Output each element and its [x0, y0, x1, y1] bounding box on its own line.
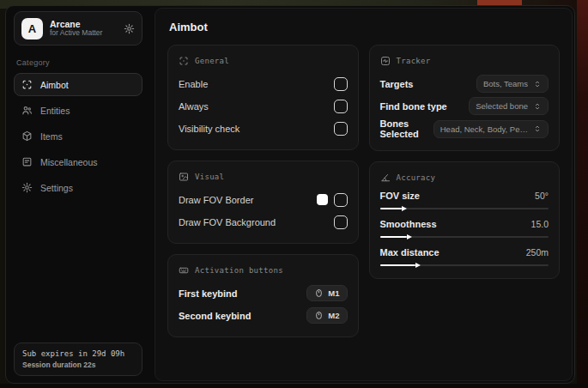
visual-card: Visual Draw FOV Border Draw FOV Backgrou… — [167, 161, 359, 244]
setting-row: Second keybind M2 — [179, 306, 348, 325]
session-duration-text: Session duration 22s — [22, 361, 134, 369]
slider-thumb[interactable] — [407, 234, 412, 239]
category-label: Category — [16, 58, 140, 67]
category-nav: Aimbot Entities Items — [14, 73, 142, 199]
left-column: General Enable Always Visibility check — [167, 45, 359, 337]
general-card: General Enable Always Visibility check — [167, 45, 359, 150]
slider-fill — [380, 236, 407, 238]
keyboard-icon — [179, 265, 189, 276]
smoothness-slider[interactable] — [380, 236, 549, 238]
targets-select[interactable]: Bots, Teams — [476, 75, 549, 93]
slider-value: 50° — [535, 191, 549, 201]
scan-icon — [179, 56, 189, 66]
activation-card: Activation buttons First keybind M1 — [167, 254, 359, 337]
max-distance-slider[interactable] — [380, 264, 549, 266]
slider-group: Smoothness 15.0 — [380, 219, 549, 238]
main-panel: Aimbot General Enable — [155, 8, 573, 381]
always-checkbox[interactable] — [334, 100, 348, 113]
sidebar-item-items[interactable]: Items — [14, 124, 142, 148]
page-title: Aimbot — [169, 21, 560, 33]
unfold-icon — [533, 124, 542, 133]
select-value: Head, Neck, Body, Pe… — [440, 124, 528, 134]
slider-group: FOV size 50° — [380, 191, 549, 209]
slider-thumb[interactable] — [415, 263, 421, 268]
card-title: Accuracy — [397, 173, 436, 182]
sidebar-item-entities[interactable]: Entities — [14, 99, 142, 122]
subscription-info-card: Sub expires in 29d 09h Session duration … — [14, 343, 142, 376]
draw-fov-background-checkbox[interactable] — [334, 215, 348, 229]
setting-label: Targets — [380, 79, 414, 89]
setting-row: Always — [179, 96, 348, 116]
setting-row: Find bone type Selected bone — [380, 96, 549, 116]
game-backdrop-bottom — [0, 384, 588, 388]
right-column: Tracker Targets Bots, Teams — [369, 45, 561, 279]
setting-label: First keybind — [179, 288, 237, 299]
sidebar-item-miscellaneous[interactable]: Miscellaneous — [14, 150, 142, 173]
gear-icon[interactable] — [124, 23, 135, 34]
setting-label: Enable — [179, 79, 208, 89]
setting-row: Bones Selected Head, Neck, Body, Pe… — [380, 118, 549, 139]
mouse-icon — [314, 311, 324, 320]
sidebar-item-label: Items — [40, 131, 63, 142]
slider-label: Smoothness — [380, 219, 437, 229]
visibility-check-checkbox[interactable] — [334, 122, 348, 136]
bones-selected-select[interactable]: Head, Neck, Body, Pe… — [433, 120, 549, 138]
image-icon — [179, 172, 189, 182]
app-window: A Arcane for Active Matter Category — [5, 5, 575, 384]
card-title: Visual — [195, 173, 224, 181]
slider-value: 250m — [526, 247, 549, 258]
setting-row: Visibility check — [179, 118, 348, 138]
card-title: Activation buttons — [195, 266, 283, 275]
setting-label: Draw FOV Background — [179, 217, 276, 227]
slider-label: Max distance — [380, 247, 439, 258]
fov-size-slider[interactable] — [380, 208, 549, 209]
accuracy-card: Accuracy FOV size 50° Smoothness — [369, 161, 561, 279]
setting-label: Second keybind — [179, 311, 251, 321]
tracker-card: Tracker Targets Bots, Teams — [369, 45, 561, 151]
setting-row: Targets Bots, Teams — [380, 74, 549, 94]
keybind-value: M2 — [328, 311, 339, 320]
find-bone-type-select[interactable]: Selected bone — [469, 97, 549, 115]
sub-expires-text: Sub expires in 29d 09h — [22, 349, 134, 358]
entities-icon — [21, 105, 33, 116]
list-icon — [21, 156, 33, 167]
game-backdrop-right — [577, 0, 588, 388]
crosshair-icon — [21, 79, 33, 90]
sidebar-item-settings[interactable]: Settings — [14, 176, 142, 199]
fov-border-color-swatch[interactable] — [317, 194, 328, 205]
setting-row: Draw FOV Background — [179, 212, 348, 232]
second-keybind-button[interactable]: M2 — [306, 307, 347, 324]
sidebar: A Arcane for Active Matter Category — [6, 6, 150, 383]
setting-row: First keybind M1 — [179, 283, 348, 303]
setting-row: Draw FOV Border — [179, 190, 348, 209]
select-value: Bots, Teams — [483, 79, 528, 88]
card-title: General — [195, 57, 229, 65]
sidebar-item-label: Entities — [40, 106, 70, 116]
sidebar-item-label: Settings — [40, 183, 73, 193]
gear-icon — [21, 182, 33, 193]
select-value: Selected bone — [476, 101, 528, 111]
setting-label: Always — [179, 101, 209, 112]
enable-checkbox[interactable] — [334, 77, 348, 91]
first-keybind-button[interactable]: M1 — [306, 285, 347, 301]
setting-label: Bones Selected — [380, 118, 433, 139]
setting-label: Visibility check — [179, 124, 239, 134]
angle-icon — [380, 173, 391, 183]
app-header-card: A Arcane for Active Matter — [14, 11, 142, 45]
draw-fov-border-checkbox[interactable] — [334, 193, 348, 207]
sidebar-item-label: Aimbot — [40, 80, 69, 90]
unfold-icon — [533, 80, 542, 88]
slider-thumb[interactable] — [402, 206, 407, 211]
setting-row: Enable — [179, 74, 348, 94]
slider-value: 15.0 — [531, 219, 549, 229]
app-subtitle: for Active Matter — [50, 29, 102, 38]
app-logo: A — [21, 18, 43, 39]
slider-label: FOV size — [380, 191, 420, 201]
keybind-value: M1 — [328, 288, 339, 298]
unfold-icon — [533, 102, 542, 111]
slider-fill — [380, 208, 403, 209]
sidebar-item-aimbot[interactable]: Aimbot — [14, 73, 142, 96]
setting-label: Draw FOV Border — [179, 195, 253, 205]
mouse-icon — [314, 288, 324, 298]
activity-icon — [380, 56, 391, 66]
